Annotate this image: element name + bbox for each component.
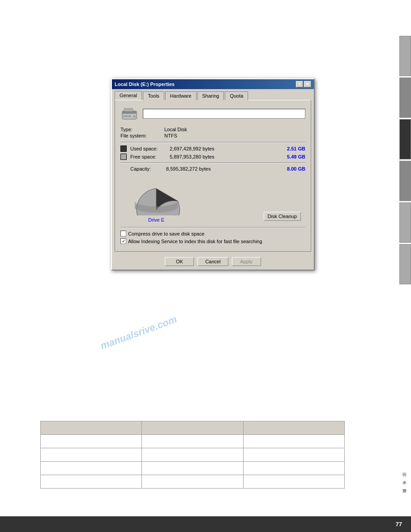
- right-nav-item-3[interactable]: [399, 119, 411, 159]
- right-nav-item-5[interactable]: [399, 202, 411, 243]
- capacity-bytes: 8,595,382,272 bytes: [166, 166, 283, 172]
- pie-chart: [125, 175, 188, 215]
- table-row: [41, 435, 345, 448]
- tabs-bar: General Tools Hardware Sharing Quota: [112, 89, 314, 100]
- svg-rect-4: [124, 108, 133, 112]
- free-space-row: Free space: 5,897,953,280 bytes 5.49 GB: [120, 154, 305, 160]
- page-number-bar: 77: [0, 516, 411, 532]
- cancel-button[interactable]: Cancel: [197, 257, 228, 266]
- index-checkbox-row: ✓ Allow Indexing Service to index this d…: [120, 238, 305, 244]
- type-value: Local Disk: [164, 127, 187, 132]
- used-space-gb: 2.51 GB: [287, 146, 305, 151]
- page-number: 77: [396, 521, 402, 528]
- right-navigation: [399, 36, 411, 286]
- table-row: [41, 462, 345, 475]
- free-space-label: Free space:: [130, 154, 166, 159]
- drive-label: Drive E: [125, 217, 188, 223]
- table-cell: [243, 435, 344, 448]
- compress-checkbox-row: Compress drive to save disk space: [120, 231, 305, 236]
- pie-chart-wrapper: Drive E: [125, 175, 188, 223]
- icon-document[interactable]: 圖: [399, 487, 409, 494]
- table-cell: [243, 462, 344, 475]
- title-bar-buttons: ? ✕: [296, 81, 311, 87]
- capacity-gb: 8.00 GB: [287, 166, 305, 172]
- divider-3: [120, 227, 305, 228]
- filesystem-label: File system:: [120, 133, 161, 138]
- table-cell: [41, 462, 142, 475]
- properties-table: Type: Local Disk File system: NTFS: [120, 127, 305, 138]
- dialog-title: Local Disk (E:) Properties: [115, 82, 175, 87]
- used-space-row: Used space: 2,697,428,992 bytes 2.51 GB: [120, 146, 305, 152]
- index-label: Allow Indexing Service to index this dis…: [128, 239, 262, 244]
- dialog-content: Type: Local Disk File system: NTFS Used …: [115, 100, 311, 252]
- compress-label: Compress drive to save disk space: [128, 231, 205, 236]
- table-cell: [41, 421, 142, 435]
- right-nav-item-4[interactable]: [399, 161, 411, 201]
- properties-dialog: Local Disk (E:) Properties ? ✕ General T…: [111, 78, 315, 270]
- dialog-footer: OK Cancel Apply: [112, 254, 314, 270]
- tab-sharing[interactable]: Sharing: [197, 91, 224, 100]
- bottom-table: [40, 421, 345, 489]
- divider-2: [120, 163, 305, 163]
- svg-rect-2: [123, 116, 131, 117]
- table-cell: [41, 435, 142, 448]
- close-button[interactable]: ✕: [304, 81, 311, 87]
- drive-name-input[interactable]: [143, 109, 305, 119]
- divider-1: [120, 142, 305, 143]
- table-cell: [41, 475, 142, 489]
- table-cell: [142, 448, 243, 462]
- tab-tools[interactable]: Tools: [143, 91, 164, 100]
- drive-icon: [120, 106, 138, 121]
- table-row: [41, 475, 345, 489]
- index-checkbox[interactable]: ✓: [120, 238, 126, 244]
- tab-quota[interactable]: Quota: [225, 91, 248, 100]
- right-nav-item-2[interactable]: [399, 77, 411, 118]
- icon-star[interactable]: 米: [399, 479, 409, 486]
- free-space-color: [120, 154, 127, 160]
- right-nav-item-1[interactable]: [399, 36, 411, 76]
- table-cell: [243, 421, 344, 435]
- table-row: [41, 448, 345, 462]
- tab-hardware[interactable]: Hardware: [165, 91, 197, 100]
- ok-button[interactable]: OK: [165, 257, 194, 266]
- compress-checkbox[interactable]: [120, 231, 126, 236]
- table-row: [41, 421, 345, 435]
- filesystem-row: File system: NTFS: [120, 133, 305, 138]
- bottom-icons-area: 田 米 圖: [398, 469, 411, 496]
- pie-area: Drive E Disk Cleanup: [120, 175, 305, 223]
- svg-point-3: [133, 116, 135, 117]
- type-label: Type:: [120, 127, 161, 132]
- capacity-row: Capacity: 8,595,382,272 bytes 8.00 GB: [120, 166, 305, 172]
- free-space-gb: 5.49 GB: [287, 154, 305, 159]
- used-space-label: Used space:: [130, 146, 166, 151]
- capacity-label: Capacity:: [130, 166, 163, 172]
- table-cell: [243, 448, 344, 462]
- icon-grid[interactable]: 田: [399, 471, 409, 478]
- table-cell: [243, 475, 344, 489]
- table-cell: [142, 435, 243, 448]
- drive-svg-icon: [121, 107, 137, 121]
- table-cell: [142, 462, 243, 475]
- table-cell: [41, 448, 142, 462]
- watermark: manualsrive.com: [99, 313, 179, 352]
- filesystem-value: NTFS: [164, 133, 177, 138]
- help-button[interactable]: ?: [296, 81, 303, 87]
- free-space-bytes: 5,897,953,280 bytes: [170, 154, 283, 159]
- table-cell: [142, 421, 243, 435]
- drive-icon-row: [120, 106, 305, 121]
- table-cell: [142, 475, 243, 489]
- used-space-color: [120, 146, 127, 152]
- used-space-bytes: 2,697,428,992 bytes: [170, 146, 283, 151]
- type-row: Type: Local Disk: [120, 127, 305, 132]
- title-bar: Local Disk (E:) Properties ? ✕: [112, 79, 314, 89]
- right-nav-item-6[interactable]: [399, 244, 411, 284]
- tab-general[interactable]: General: [115, 91, 142, 100]
- apply-button[interactable]: Apply: [232, 257, 261, 266]
- disk-cleanup-button[interactable]: Disk Cleanup: [264, 212, 301, 221]
